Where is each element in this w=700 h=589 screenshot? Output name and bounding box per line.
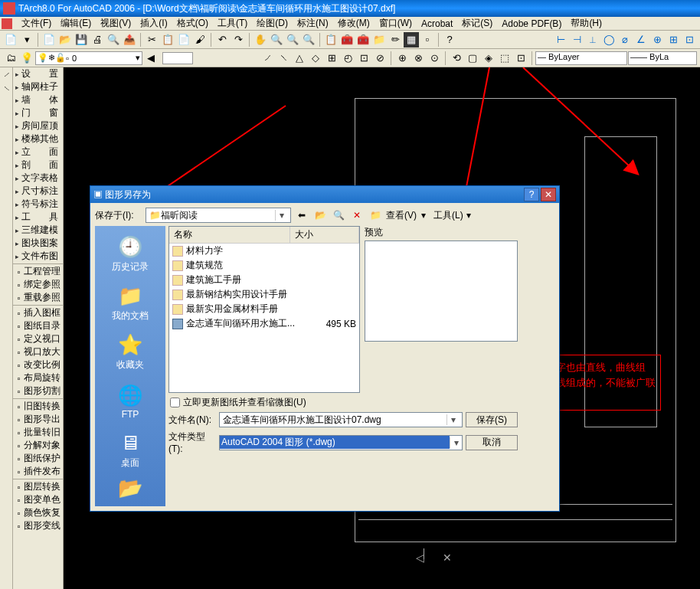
panel-item[interactable]: ▫图变单色 — [13, 493, 63, 506]
back-icon[interactable]: ⬅ — [294, 208, 309, 223]
panel-item[interactable]: ▸房间屋顶 — [13, 119, 63, 133]
panel-item[interactable]: ▸三维建模 — [13, 224, 63, 237]
m4-icon[interactable]: ◇ — [308, 51, 323, 66]
dim1-icon[interactable]: ⊢ — [553, 32, 568, 47]
panel-item[interactable]: ▫颜色恢复 — [13, 506, 63, 519]
panel-item[interactable]: ▫分解对象 — [13, 439, 63, 452]
panel-item[interactable]: ▸楼梯其他 — [13, 133, 63, 146]
filename-input[interactable]: 金志通车间循环用水施工图设计07.dwg▾ — [219, 412, 463, 427]
panel-item[interactable]: ▸符号标注 — [13, 198, 63, 211]
help-icon[interactable]: ? — [442, 32, 457, 47]
mark-icon[interactable]: ✏ — [388, 32, 403, 47]
drawing-canvas[interactable]: ◁ ✕ 转换后，图层只有一个，文字也由直线，曲线组成，尺寸标注也是直线和曲线组成… — [64, 67, 700, 589]
menu-acrobat[interactable]: Acrobat — [417, 18, 457, 29]
undo-icon[interactable]: ↶ — [214, 32, 230, 47]
m7-icon[interactable]: ⊡ — [356, 51, 371, 66]
color-selector[interactable] — [162, 52, 193, 64]
places-item[interactable]: 📁我的文档 — [100, 280, 161, 327]
cut-icon[interactable]: ✂ — [144, 32, 159, 47]
pan-icon[interactable]: ✋ — [253, 32, 268, 47]
file-row[interactable]: 金志通车间循环用水施工...495 KB — [169, 316, 359, 331]
panel-item[interactable]: ▫图纸保护 — [13, 452, 63, 465]
dim4-icon[interactable]: ◯ — [601, 32, 617, 47]
zoom-prev-icon[interactable]: 🔍 — [301, 32, 316, 47]
ssm-icon[interactable]: 📁 — [371, 32, 387, 47]
m8-icon[interactable]: ⊘ — [372, 51, 388, 66]
m5-icon[interactable]: ⊞ — [324, 51, 339, 66]
dim7-icon[interactable]: ⊕ — [649, 32, 665, 47]
match-icon[interactable]: 🖌 — [192, 32, 208, 47]
m14-icon[interactable]: ◈ — [481, 51, 496, 66]
panel-item[interactable]: ▫插件发布 — [13, 465, 63, 478]
preview-icon[interactable]: 🔍 — [106, 32, 121, 47]
places-item[interactable]: 🖥桌面 — [100, 427, 161, 474]
menu-window[interactable]: 窗口(W) — [375, 17, 417, 30]
copy-icon[interactable]: 📋 — [160, 32, 175, 47]
paste-icon[interactable]: 📄 — [176, 32, 191, 47]
delete-icon[interactable]: ✕ — [349, 208, 365, 223]
prop-icon[interactable]: 📋 — [323, 32, 339, 47]
m16-icon[interactable]: ⊡ — [513, 51, 528, 66]
menu-insert[interactable]: 插入(I) — [136, 17, 172, 30]
file-row[interactable]: 建筑施工手册 — [169, 273, 359, 287]
print-icon[interactable]: 🖨 — [90, 32, 105, 47]
panel-item[interactable]: ▫批量转旧 — [13, 426, 63, 439]
dim2-icon[interactable]: ⊣ — [569, 32, 584, 47]
zoom-win-icon[interactable]: 🔍 — [285, 32, 300, 47]
m13-icon[interactable]: ▢ — [465, 51, 480, 66]
menu-view[interactable]: 视图(V) — [96, 17, 136, 30]
strip-2[interactable]: ⟍ — [0, 81, 12, 95]
panel-item[interactable]: ▸立 面 — [13, 146, 63, 159]
dim5-icon[interactable]: ⌀ — [617, 32, 633, 47]
zoom-rt-icon[interactable]: 🔍 — [269, 32, 284, 47]
open-icon[interactable]: 📂 — [57, 32, 73, 47]
panel-item[interactable]: ▫图纸目录 — [13, 319, 63, 332]
file-row[interactable]: 建筑规范 — [169, 258, 359, 273]
panel-item[interactable]: ▫改变比例 — [13, 358, 63, 371]
panel-item[interactable]: ▸图块图案 — [13, 237, 63, 250]
menu-file[interactable]: 文件(F) — [17, 17, 56, 30]
menu-tools[interactable]: 工具(T) — [213, 17, 252, 30]
m1-icon[interactable]: ⟋ — [260, 51, 275, 66]
panel-item[interactable]: ▸设 置 — [13, 67, 63, 80]
panel-item[interactable]: ▸门 窗 — [13, 106, 63, 119]
m3-icon[interactable]: △ — [292, 51, 307, 66]
new2-icon[interactable]: 📄 — [41, 32, 57, 47]
m9-icon[interactable]: ⊕ — [394, 51, 410, 66]
panel-item[interactable]: ▸文件布图 — [13, 250, 63, 263]
layer-prev-icon[interactable]: ◀ — [143, 51, 159, 66]
layer-selector[interactable]: 💡❄🔓▫ 0 ▾ — [35, 51, 142, 65]
panel-item[interactable]: ▸工 具 — [13, 211, 63, 224]
menu-draw[interactable]: 绘图(D) — [252, 17, 293, 30]
panel-item[interactable]: ▫图形切割 — [13, 384, 63, 398]
panel-item[interactable]: ▫布局旋转 — [13, 371, 63, 384]
file-row[interactable]: 材料力学 — [169, 244, 359, 258]
places-item[interactable]: 🌐FTP — [100, 378, 161, 425]
panel-item[interactable]: ▫定义视口 — [13, 332, 63, 345]
dc-icon[interactable]: 🧰 — [339, 32, 355, 47]
panel-item[interactable]: ▸剖 面 — [13, 159, 63, 172]
panel-item[interactable]: ▫绑定参照 — [13, 278, 63, 291]
file-list[interactable]: 名称 大小 材料力学建筑规范建筑施工手册最新钢结构实用设计手册最新实用金属材料手… — [168, 226, 360, 393]
panel-item[interactable]: ▫图层转换 — [13, 480, 63, 493]
close-button[interactable]: ✕ — [541, 188, 556, 201]
dim3-icon[interactable]: ⟂ — [585, 32, 600, 47]
menu-dim[interactable]: 标注(N) — [293, 17, 333, 30]
save-icon[interactable]: 💾 — [74, 32, 89, 47]
newfolder-icon[interactable]: 📁 — [368, 208, 383, 223]
places-item[interactable]: ⭐收藏夹 — [100, 329, 161, 376]
panel-item[interactable]: ▫旧图转换 — [13, 400, 63, 413]
view-menu[interactable]: 查看(V) — [386, 209, 417, 222]
list-icon[interactable]: ▾ — [19, 32, 34, 47]
m12-icon[interactable]: ⟲ — [449, 51, 464, 66]
menu-modify[interactable]: 修改(M) — [333, 17, 375, 30]
m6-icon[interactable]: ◴ — [340, 51, 355, 66]
up-icon[interactable]: 📂 — [312, 208, 328, 223]
panel-item[interactable]: ▸尺寸标注 — [13, 185, 63, 198]
panel-item[interactable]: ▫图形变线 — [13, 519, 63, 532]
thumb-checkbox[interactable] — [170, 398, 180, 407]
calc-icon[interactable]: ▦ — [404, 32, 419, 47]
block-icon[interactable]: ▫ — [420, 32, 435, 47]
m15-icon[interactable]: ⬚ — [497, 51, 512, 66]
filetype-combo[interactable]: AutoCAD 2004 图形 (*.dwg)▾ — [219, 435, 463, 450]
